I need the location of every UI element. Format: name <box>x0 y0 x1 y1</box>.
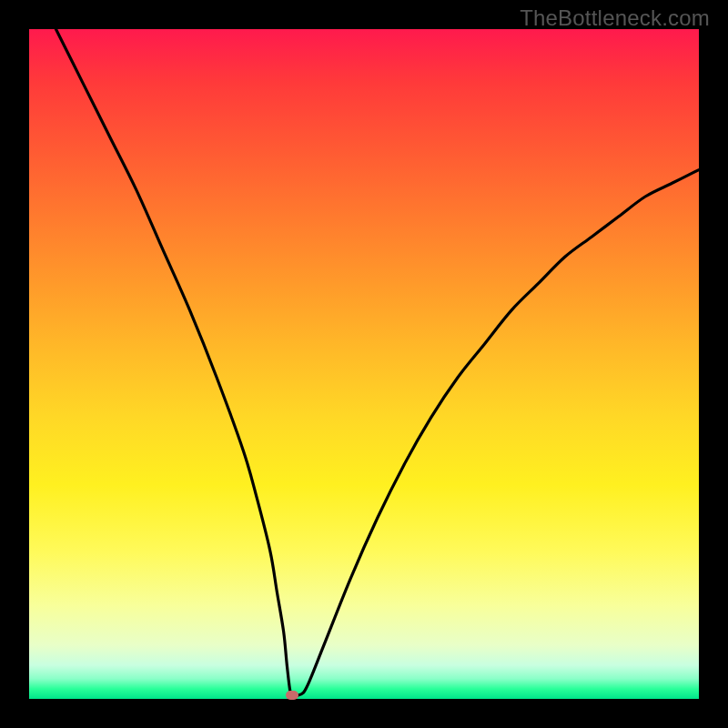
bottleneck-curve-path <box>56 29 699 696</box>
min-marker <box>286 691 298 700</box>
plot-area <box>29 29 699 699</box>
curve-svg <box>29 29 699 699</box>
watermark-text: TheBottleneck.com <box>520 5 710 31</box>
chart-frame: TheBottleneck.com <box>0 0 728 728</box>
